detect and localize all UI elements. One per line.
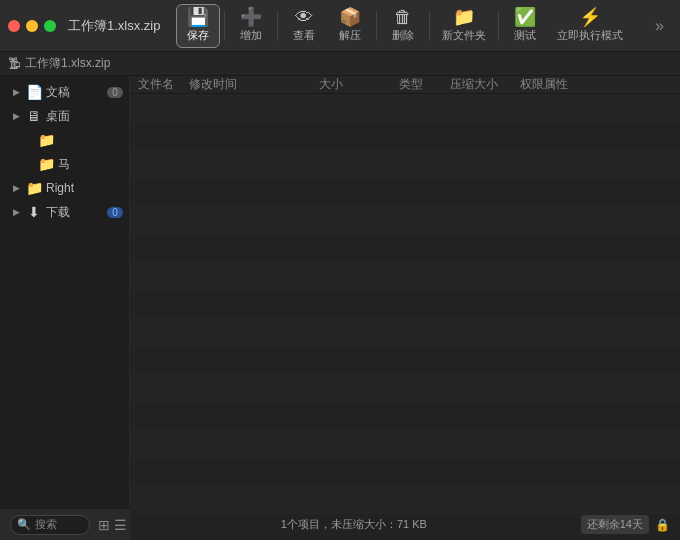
- icon-right: 📁: [26, 180, 42, 196]
- toolbar: 💾 ▾ 保存 ➕ 增加 👁 查看 📦 解压 🗑 删除 📁 新: [176, 4, 647, 48]
- toolbar-btn-save[interactable]: 💾 ▾ 保存: [176, 4, 220, 48]
- expand-right[interactable]: ▶: [10, 183, 22, 193]
- col-modified: 修改时间: [185, 76, 315, 93]
- empty-row-6: [130, 262, 680, 290]
- toolbar-separator-1: [277, 11, 278, 41]
- empty-row-12: [130, 430, 680, 458]
- toolbar-btn-newfolder[interactable]: 📁 新文件夹: [434, 4, 494, 48]
- icon-folder2: 📁: [38, 156, 54, 172]
- toolbar-label-test: 测试: [514, 28, 536, 43]
- toolbar-label-view: 查看: [293, 28, 315, 43]
- search-box[interactable]: 🔍 搜索: [10, 515, 90, 535]
- titlebar: 工作簿1.xlsx.zip 💾 ▾ 保存 ➕ 增加 👁 查看 📦 解压 🗑 删除: [0, 0, 680, 52]
- empty-row-14: [130, 486, 680, 514]
- empty-row-10: [130, 374, 680, 402]
- icon-desktop: 🖥: [26, 108, 42, 124]
- toolbar-separator-4: [429, 11, 430, 41]
- col-permissions: 权限属性: [516, 76, 596, 93]
- empty-row-1: [130, 122, 680, 150]
- toolbar-icon-delete: 🗑: [394, 8, 412, 26]
- minimize-button[interactable]: [26, 20, 38, 32]
- toolbar-label-add: 增加: [240, 28, 262, 43]
- empty-row-7: [130, 290, 680, 318]
- empty-row-5: [130, 234, 680, 262]
- main-layout: ▶ 📄 文稿 0 ▶ 🖥 桌面 📁 📁 马 ▶ 📁 Right ▶ ⬇ 下载 0: [0, 76, 680, 508]
- empty-row-11: [130, 402, 680, 430]
- toolbar-separator-3: [376, 11, 377, 41]
- toolbar-label-save: 保存: [187, 28, 209, 43]
- lock-icon: 🔒: [655, 518, 670, 532]
- label-right: Right: [46, 181, 123, 195]
- toolbar-icon-save: 💾 ▾: [187, 8, 209, 26]
- toolbar-icon-newfolder: 📁: [453, 8, 475, 26]
- sidebar-item-desktop[interactable]: ▶ 🖥 桌面: [0, 104, 129, 128]
- expand-downloads[interactable]: ▶: [10, 207, 22, 217]
- col-filename: 文件名: [134, 76, 185, 93]
- dropdown-arrow-save: ▾: [203, 12, 207, 20]
- empty-row-4: [130, 206, 680, 234]
- empty-row-3: [130, 178, 680, 206]
- statusbar-right: 还剩余14天 🔒: [581, 515, 670, 534]
- breadcrumb-path: 工作簿1.xlsx.zip: [25, 55, 110, 72]
- icon-documents: 📄: [26, 84, 42, 100]
- col-size: 大小: [315, 76, 395, 93]
- grid-icon[interactable]: ⊞: [98, 517, 110, 533]
- toolbar-btn-delete[interactable]: 🗑 删除: [381, 4, 425, 48]
- toolbar-icon-add: ➕: [240, 8, 262, 26]
- empty-row-8: [130, 318, 680, 346]
- empty-rows: [130, 94, 680, 540]
- empty-row-2: [130, 150, 680, 178]
- archive-icon: 🗜: [8, 56, 21, 71]
- toolbar-icon-extract: 📦: [339, 8, 361, 26]
- toolbar-icon-quickrun: ⚡: [579, 8, 601, 26]
- toolbar-label-extract: 解压: [339, 28, 361, 43]
- statusbar-icons: ⊞ ☰: [98, 517, 127, 533]
- search-placeholder: 搜索: [35, 517, 57, 532]
- label-desktop: 桌面: [46, 108, 123, 125]
- column-headers: 文件名 修改时间 大小 类型 压缩大小 权限属性: [130, 76, 680, 94]
- badge-downloads: 0: [107, 207, 123, 218]
- breadcrumb: 🗜 工作簿1.xlsx.zip: [0, 52, 680, 76]
- toolbar-separator-0: [224, 11, 225, 41]
- toolbar-icon-test: ✅: [514, 8, 536, 26]
- label-folder2: 马: [58, 156, 123, 173]
- toolbar-btn-quickrun[interactable]: ⚡ 立即执行模式: [549, 4, 631, 48]
- sidebar-item-right[interactable]: ▶ 📁 Right: [0, 176, 129, 200]
- sidebar: ▶ 📄 文稿 0 ▶ 🖥 桌面 📁 📁 马 ▶ 📁 Right ▶ ⬇ 下载 0: [0, 76, 130, 508]
- empty-row-13: [130, 458, 680, 486]
- expand-desktop[interactable]: ▶: [10, 111, 22, 121]
- col-compressed: 压缩大小: [446, 76, 516, 93]
- empty-row-0: [130, 94, 680, 122]
- sidebar-item-folder2[interactable]: 📁 马: [0, 152, 129, 176]
- empty-row-9: [130, 346, 680, 374]
- toolbar-btn-view[interactable]: 👁 查看: [282, 4, 326, 48]
- search-icon: 🔍: [17, 518, 31, 531]
- toolbar-more-button[interactable]: »: [647, 13, 672, 39]
- label-downloads: 下载: [46, 204, 103, 221]
- window-title: 工作簿1.xlsx.zip: [68, 17, 160, 35]
- badge-documents: 0: [107, 87, 123, 98]
- toolbar-separator-5: [498, 11, 499, 41]
- toolbar-label-quickrun: 立即执行模式: [557, 28, 623, 43]
- traffic-lights: [8, 20, 56, 32]
- maximize-button[interactable]: [44, 20, 56, 32]
- expand-documents[interactable]: ▶: [10, 87, 22, 97]
- sidebar-item-documents[interactable]: ▶ 📄 文稿 0: [0, 80, 129, 104]
- status-text: 1个项目，未压缩大小：71 KB: [135, 517, 573, 532]
- col-type: 类型: [395, 76, 446, 93]
- file-area: 文件名 修改时间 大小 类型 压缩大小 权限属性 📗 工作簿1.xlsx 202…: [130, 76, 680, 508]
- list-icon[interactable]: ☰: [114, 517, 127, 533]
- sidebar-item-downloads[interactable]: ▶ ⬇ 下载 0: [0, 200, 129, 224]
- icon-downloads: ⬇: [26, 204, 42, 220]
- icon-folder1: 📁: [38, 132, 54, 148]
- toolbar-label-newfolder: 新文件夹: [442, 28, 486, 43]
- toolbar-btn-test[interactable]: ✅ 测试: [503, 4, 547, 48]
- label-documents: 文稿: [46, 84, 103, 101]
- toolbar-icon-view: 👁: [295, 8, 313, 26]
- toolbar-label-delete: 删除: [392, 28, 414, 43]
- toolbar-btn-add[interactable]: ➕ 增加: [229, 4, 273, 48]
- toolbar-btn-extract[interactable]: 📦 解压: [328, 4, 372, 48]
- remaining-badge: 还剩余14天: [581, 515, 649, 534]
- sidebar-item-folder1[interactable]: 📁: [0, 128, 129, 152]
- close-button[interactable]: [8, 20, 20, 32]
